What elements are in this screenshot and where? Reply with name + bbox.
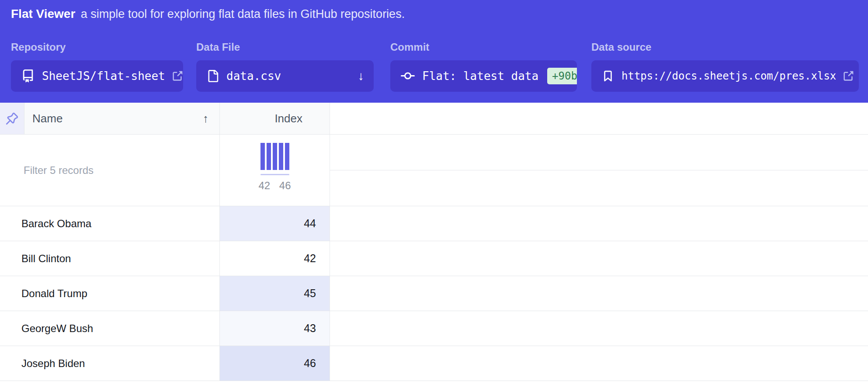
header-filler: [330, 103, 868, 134]
name-value: Donald Trump: [21, 288, 87, 300]
index-histogram[interactable]: 42 46: [220, 135, 330, 206]
row-filler: [330, 241, 868, 276]
name-filter-cell: [0, 135, 220, 206]
repository-button[interactable]: SheetJS/flat-sheet: [11, 60, 183, 92]
title-line: Flat Viewer a simple tool for exploring …: [11, 6, 859, 24]
index-cell: 46: [220, 346, 330, 381]
dropdown-arrow-icon: ↓: [358, 69, 364, 83]
index-cell: 45: [220, 276, 330, 311]
column-header-name-label: Name: [32, 112, 62, 125]
index-cell: 44: [220, 206, 330, 241]
data-file-group: Data File data.csv ↓: [196, 41, 374, 92]
row-filler: [330, 206, 868, 241]
histogram-axis: [260, 174, 289, 175]
histogram-min-label: 42: [259, 180, 271, 192]
pin-column-toggle[interactable]: [0, 103, 24, 134]
name-cell: Bill Clinton: [0, 241, 220, 276]
row-filler: [330, 346, 868, 381]
name-value: Joseph Biden: [21, 357, 85, 370]
commit-group: Commit Flat: latest data +90b: [390, 41, 577, 92]
data-source-group: Data source https://docs.sheetjs.com/pre…: [591, 41, 859, 92]
name-cell: GeorgeW Bush: [0, 311, 220, 346]
data-file-label: Data File: [196, 41, 374, 53]
name-value: Bill Clinton: [21, 253, 71, 265]
data-source-url: https://docs.sheetjs.com/pres.xlsx: [621, 70, 836, 82]
data-file-value: data.csv: [226, 69, 281, 83]
data-source-label: Data source: [591, 41, 859, 53]
data-table: Name ↑ Index 42 46: [0, 103, 868, 381]
name-cell: Joseph Biden: [0, 346, 220, 381]
app-header: Flat Viewer a simple tool for exploring …: [0, 0, 868, 103]
histogram-labels: 42 46: [259, 180, 291, 192]
table-row: Bill Clinton 42: [0, 241, 868, 276]
name-value: GeorgeW Bush: [21, 322, 93, 335]
repository-value: SheetJS/flat-sheet: [42, 69, 165, 83]
row-filler: [330, 311, 868, 346]
app-subtitle: a simple tool for exploring flat data fi…: [81, 7, 405, 21]
data-file-selector[interactable]: data.csv ↓: [196, 60, 374, 92]
repo-icon: [21, 69, 35, 83]
filter-row: 42 46: [0, 135, 868, 206]
external-link-icon: [842, 70, 854, 82]
histogram-max-label: 46: [279, 180, 291, 192]
index-value: 45: [304, 287, 316, 300]
flat-viewer-app: Flat Viewer a simple tool for exploring …: [0, 0, 868, 381]
bookmark-icon: [602, 70, 614, 82]
index-value: 44: [304, 217, 316, 230]
filter-filler: [330, 135, 868, 206]
table-header-row: Name ↑ Index: [0, 103, 868, 135]
table-row: Donald Trump 45: [0, 276, 868, 311]
file-icon: [207, 70, 219, 82]
table-row: GeorgeW Bush 43: [0, 311, 868, 346]
name-cell: Barack Obama: [0, 206, 220, 241]
histogram-bars: [260, 143, 289, 170]
repository-label: Repository: [11, 41, 183, 53]
data-source-link[interactable]: https://docs.sheetjs.com/pres.xlsx: [591, 60, 859, 92]
name-cell: Donald Trump: [0, 276, 220, 311]
toolbar: Repository SheetJS/flat-sheet Data File …: [11, 41, 859, 92]
repository-group: Repository SheetJS/flat-sheet: [11, 41, 183, 92]
index-value: 46: [304, 357, 316, 370]
commit-selector[interactable]: Flat: latest data +90b: [390, 60, 577, 92]
column-header-index-label: Index: [274, 112, 302, 125]
external-link-icon: [171, 70, 183, 82]
pushpin-icon: [6, 112, 18, 125]
app-title: Flat Viewer: [11, 7, 75, 21]
index-value: 42: [304, 252, 316, 265]
sort-ascending-icon: ↑: [203, 112, 208, 125]
name-value: Barack Obama: [21, 218, 91, 230]
index-value: 43: [304, 322, 316, 335]
column-header-name[interactable]: Name ↑: [24, 103, 220, 134]
git-commit-icon: [401, 69, 415, 83]
commit-diff-badge: +90b: [547, 68, 577, 84]
index-cell: 43: [220, 311, 330, 346]
column-header-index[interactable]: Index: [220, 103, 330, 134]
histogram-container: 42 46: [259, 143, 291, 192]
commit-label: Commit: [390, 41, 577, 53]
row-filler: [330, 276, 868, 311]
commit-message: Flat: latest data: [422, 69, 538, 83]
index-cell: 42: [220, 241, 330, 276]
filter-input[interactable]: [23, 164, 198, 177]
filler-gridline: [330, 135, 868, 170]
table-row: Joseph Biden 46: [0, 346, 868, 381]
table-row: Barack Obama 44: [0, 206, 868, 241]
